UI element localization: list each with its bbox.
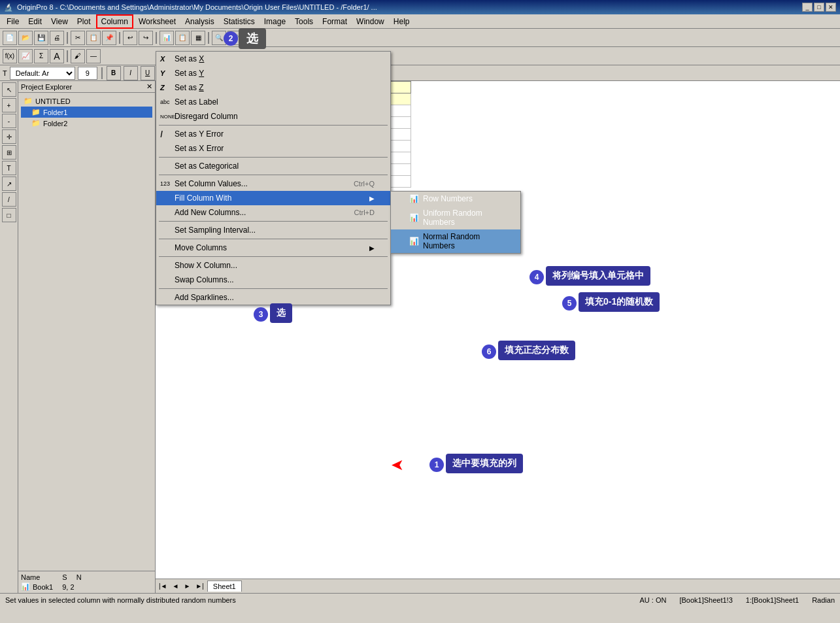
menu-format[interactable]: Format: [318, 16, 351, 27]
arrow-draw-tool[interactable]: ↗: [2, 177, 16, 191]
worksheet-btn[interactable]: 📋: [175, 31, 190, 45]
annotation-6: 填充正态分布数: [498, 341, 575, 360]
menu-bar: File Edit View Plot Column Worksheet Ana…: [0, 14, 840, 29]
fill-btn[interactable]: 🖌: [71, 49, 85, 63]
sheet-nav-last[interactable]: ►|: [193, 582, 206, 590]
tree-root[interactable]: 📁 UNTITLED: [21, 95, 152, 107]
redo-btn[interactable]: ↪: [139, 31, 153, 45]
menu-item-add-sparklines[interactable]: Add Sparklines...: [156, 290, 390, 305]
menu-item-categorical[interactable]: Set as Categorical: [156, 159, 390, 173]
menu-item-swap-columns[interactable]: Swap Columns...: [156, 273, 390, 287]
menu-plot[interactable]: Plot: [73, 16, 95, 27]
menu-item-disregard[interactable]: NONE Disregard Column: [156, 109, 390, 124]
copy-btn[interactable]: 📋: [86, 31, 101, 45]
tree-folder1[interactable]: 📁 Folder1: [21, 107, 152, 118]
graph-btn[interactable]: 📈: [18, 49, 33, 63]
cut-btn[interactable]: ✂: [71, 31, 85, 45]
sep4: [208, 32, 209, 44]
underline-btn[interactable]: U: [141, 66, 155, 80]
y-error-icon: I: [160, 129, 163, 139]
submenu-normal-random[interactable]: 📊 Normal Random Numbers: [391, 229, 520, 253]
menu-item-set-as-x[interactable]: X Set as X: [156, 52, 390, 66]
menu-item-y-error[interactable]: I Set as Y Error: [156, 127, 390, 141]
crosshair-tool[interactable]: ✛: [2, 129, 16, 144]
menu-file[interactable]: File: [3, 16, 23, 27]
menu-help[interactable]: Help: [390, 16, 414, 27]
font-size-input[interactable]: [78, 67, 97, 80]
submenu-row-numbers[interactable]: 📊 Row Numbers: [391, 192, 520, 206]
sheet-nav-first[interactable]: |◄: [157, 582, 169, 590]
print-btn[interactable]: 🖨: [50, 31, 64, 45]
menu-column[interactable]: Column: [96, 14, 133, 29]
menu-image[interactable]: Image: [260, 16, 290, 27]
close-button[interactable]: ✕: [826, 3, 836, 12]
region-tool[interactable]: ⊞: [2, 145, 16, 160]
zoom-tool[interactable]: +: [2, 98, 16, 112]
tree-folder2[interactable]: 📁 Folder2: [21, 118, 152, 129]
menu-item-set-as-y[interactable]: Y Set as Y: [156, 66, 390, 80]
menu-window[interactable]: Window: [352, 16, 388, 27]
menu-item-fill-column[interactable]: Fill Column With ▶ 📊 Row Numbers 📊 Unifo…: [156, 191, 390, 205]
rect-tool[interactable]: □: [2, 208, 16, 222]
formula-bar: T Default: Ar B I U: [0, 65, 840, 81]
text-tool[interactable]: T: [2, 161, 16, 175]
submenu-uniform-random[interactable]: 📊 Uniform Random Numbers: [391, 206, 520, 229]
matrix-btn[interactable]: ▦: [191, 31, 205, 45]
fill-column-submenu: 📊 Row Numbers 📊 Uniform Random Numbers 📊…: [390, 191, 521, 254]
annotation-circle-5: 5: [562, 296, 577, 311]
stats-btn[interactable]: Σ: [34, 49, 48, 63]
menu-item-show-x[interactable]: Show X Column...: [156, 258, 390, 273]
menu-item-set-as-z[interactable]: Z Set as Z: [156, 80, 390, 95]
explorer-header: Project Explorer ✕: [18, 81, 155, 93]
font-select[interactable]: Default: Ar: [10, 67, 75, 80]
menu-item-sampling[interactable]: Set Sampling Interval...: [156, 223, 390, 237]
menu-item-x-error[interactable]: Set as X Error: [156, 141, 390, 156]
open-btn[interactable]: 📂: [18, 31, 33, 45]
maximize-button[interactable]: □: [814, 3, 824, 12]
arrow-tool[interactable]: ↖: [2, 82, 16, 97]
undo-btn[interactable]: ↩: [123, 31, 137, 45]
menu-item-move-columns[interactable]: Move Columns ▶: [156, 241, 390, 255]
y-error-label: Set as Y Error: [175, 129, 224, 139]
sheet-nav-next[interactable]: ►: [182, 582, 192, 590]
move-columns-label: Move Columns: [175, 243, 227, 252]
formula-btn[interactable]: f(x): [3, 49, 17, 63]
plot-btn[interactable]: 📊: [160, 31, 174, 45]
menu-item-add-columns[interactable]: Add New Columns... Ctrl+D: [156, 205, 390, 220]
color-btn[interactable]: A: [50, 49, 64, 63]
status-au: AU : ON: [640, 596, 667, 604]
menu-tools[interactable]: Tools: [291, 16, 317, 27]
line-btn[interactable]: —: [86, 49, 101, 63]
explorer-close[interactable]: ✕: [146, 82, 152, 91]
bold-btn[interactable]: B: [107, 66, 121, 80]
move-columns-arrow: ▶: [369, 244, 375, 252]
set-values-icon: 123: [160, 180, 170, 187]
save-btn[interactable]: 💾: [34, 31, 48, 45]
menu-item-set-values[interactable]: 123 Set Column Values... Ctrl+Q: [156, 177, 390, 191]
sheet-nav-prev[interactable]: ◄: [171, 582, 181, 590]
sheet-tab-1[interactable]: Sheet1: [207, 581, 242, 592]
title-bar: 🔬 OriginPro 8 - C:\Documents and Setting…: [0, 0, 840, 14]
menu-analysis[interactable]: Analysis: [181, 16, 218, 27]
row-numbers-icon: 📊: [409, 194, 419, 203]
app-icon: 🔬: [4, 3, 13, 12]
minimize-button[interactable]: _: [802, 3, 813, 12]
menu-view[interactable]: View: [47, 16, 72, 27]
italic-btn[interactable]: I: [124, 66, 138, 80]
folder1-icon: 📁: [31, 108, 41, 116]
fill-column-label: Fill Column With: [175, 194, 231, 203]
menu-edit[interactable]: Edit: [24, 16, 46, 27]
menu-item-set-as-label[interactable]: abc Set as Label: [156, 95, 390, 109]
sep1: [159, 125, 388, 126]
zoom-out-tool[interactable]: -: [2, 114, 16, 128]
menu-statistics[interactable]: Statistics: [220, 16, 259, 27]
font-label: T: [3, 69, 7, 77]
new-btn[interactable]: 📄: [3, 31, 17, 45]
set-as-y-label: Set as Y: [175, 69, 204, 78]
paste-btn[interactable]: 📌: [102, 31, 116, 45]
menu-worksheet[interactable]: Worksheet: [135, 16, 180, 27]
book-name: Book1: [33, 583, 53, 591]
book-value: 9, 2: [62, 583, 74, 591]
line-tool[interactable]: /: [2, 192, 16, 207]
x-icon: X: [160, 55, 165, 63]
